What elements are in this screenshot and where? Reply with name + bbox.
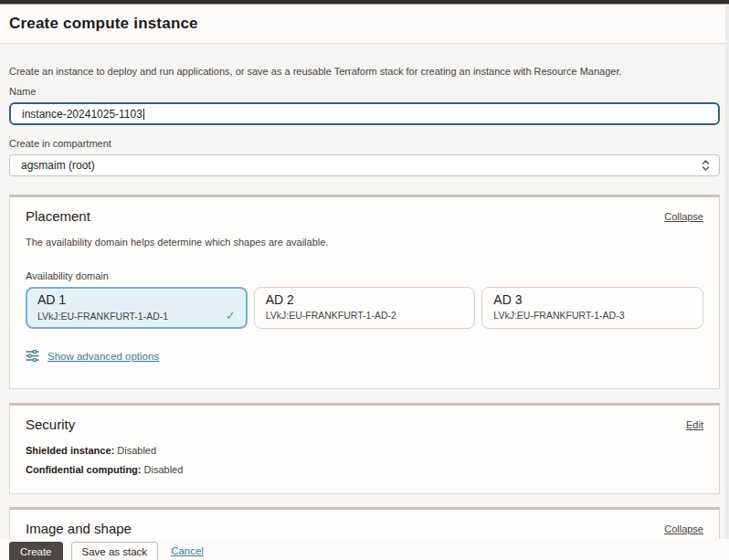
availability-domain-label: Availability domain — [26, 270, 703, 281]
ad-card-1[interactable]: AD 1 LVkJ:EU-FRANKFURT-1-AD-1 ✓ — [26, 287, 248, 329]
ad-card-detail: LVkJ:EU-FRANKFURT-1-AD-2 — [266, 310, 396, 321]
placement-section: Placement Collapse The availability doma… — [9, 195, 720, 389]
shielded-instance-value: Disabled — [114, 445, 156, 456]
security-edit-link[interactable]: Edit — [686, 419, 703, 430]
footer-action-bar: Create Save as stack Cancel — [0, 539, 729, 560]
ad-card-detail: LVkJ:EU-FRANKFURT-1-AD-3 — [493, 310, 624, 321]
cancel-link[interactable]: Cancel — [171, 545, 204, 556]
page-title: Create compute instance — [9, 15, 198, 33]
ad-card-detail: LVkJ:EU-FRANKFURT-1-AD-1 — [37, 311, 168, 322]
shielded-instance-label: Shielded instance: — [26, 445, 114, 456]
ad-card-name: AD 2 — [266, 292, 464, 307]
image-shape-collapse-link[interactable]: Collapse — [664, 523, 703, 534]
name-input[interactable]: instance-20241025-1103 — [9, 102, 720, 125]
ad-card-name: AD 1 — [37, 292, 236, 307]
save-as-stack-button[interactable]: Save as stack — [71, 542, 159, 560]
ad-card-2[interactable]: AD 2 LVkJ:EU-FRANKFURT-1-AD-2 — [254, 287, 476, 329]
show-advanced-options-link[interactable]: Show advanced options — [48, 351, 159, 362]
image-shape-title: Image and shape — [26, 521, 132, 536]
text-cursor — [143, 109, 144, 120]
ad-card-3[interactable]: AD 3 LVkJ:EU-FRANKFURT-1-AD-3 — [481, 287, 703, 329]
confidential-computing-label: Confidential computing: — [26, 464, 141, 475]
placement-collapse-link[interactable]: Collapse — [664, 211, 703, 222]
placement-description: The availability domain helps determine … — [26, 235, 703, 250]
confidential-computing-row: Confidential computing: Disabled — [26, 464, 703, 475]
confidential-computing-value: Disabled — [141, 464, 183, 475]
placement-title: Placement — [26, 208, 90, 224]
select-stepper-icon — [702, 159, 710, 172]
page-header: Create compute instance — [0, 5, 729, 44]
compartment-select[interactable]: agsmaim (root) — [9, 154, 720, 176]
compartment-label: Create in compartment — [9, 138, 720, 149]
ad-card-name: AD 3 — [493, 292, 692, 307]
name-input-value: instance-20241025-1103 — [22, 108, 143, 121]
scrollbar[interactable] — [725, 5, 729, 539]
main-content: Create an instance to deploy and run app… — [0, 66, 729, 560]
check-icon: ✓ — [226, 310, 236, 322]
name-label: Name — [9, 86, 720, 97]
security-section: Security Edit Shielded instance: Disable… — [9, 403, 720, 494]
shielded-instance-row: Shielded instance: Disabled — [26, 445, 703, 456]
page-description: Create an instance to deploy and run app… — [9, 66, 720, 77]
sliders-icon — [26, 349, 39, 363]
security-title: Security — [26, 417, 75, 432]
compartment-select-value: agsmaim (root) — [21, 159, 95, 172]
availability-domain-cards: AD 1 LVkJ:EU-FRANKFURT-1-AD-1 ✓ AD 2 LVk… — [26, 287, 703, 329]
create-button[interactable]: Create — [9, 542, 63, 560]
